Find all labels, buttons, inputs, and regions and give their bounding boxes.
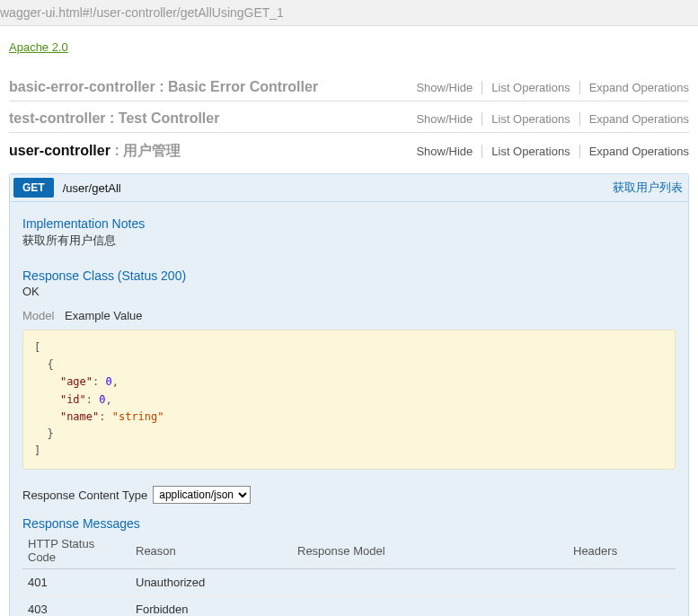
- url-bar: wagger-ui.html#!/user-controller/getAllU…: [0, 0, 698, 26]
- show-hide-link[interactable]: Show/Hide: [407, 81, 482, 94]
- controller-name: basic-error-controller: [9, 79, 155, 94]
- show-hide-link[interactable]: Show/Hide: [407, 112, 482, 126]
- controller-ops: Show/Hide List Operations Expand Operati…: [407, 81, 689, 94]
- list-operations-link[interactable]: List Operations: [482, 145, 579, 158]
- operation-panel: GET /user/getAll 获取用户列表 Implementation N…: [9, 173, 689, 616]
- response-class-heading: Response Class (Status 200): [22, 263, 676, 285]
- response-messages-heading: Response Messages: [22, 513, 676, 532]
- example-value-tab[interactable]: Example Value: [65, 309, 142, 322]
- controller-row-basic-error[interactable]: basic-error-controller : Basic Error Con…: [9, 70, 689, 101]
- response-content-type-label: Response Content Type: [22, 488, 147, 502]
- response-messages-table: HTTP Status Code Reason Response Model H…: [22, 532, 676, 616]
- controller-ops: Show/Hide List Operations Expand Operati…: [407, 112, 689, 126]
- list-operations-link[interactable]: List Operations: [482, 112, 579, 126]
- show-hide-link[interactable]: Show/Hide: [407, 145, 482, 158]
- controller-desc: Basic Error Controller: [168, 79, 318, 94]
- controller-name: test-controller: [9, 110, 106, 126]
- controller-row-test[interactable]: test-controller : Test Controller Show/H…: [9, 101, 689, 133]
- list-operations-link[interactable]: List Operations: [482, 81, 579, 94]
- expand-operations-link[interactable]: Expand Operations: [580, 81, 689, 94]
- url-text: wagger-ui.html#!/user-controller/getAllU…: [0, 5, 284, 20]
- model-example-switch: Model Example Value: [22, 298, 676, 330]
- response-content-type-select[interactable]: application/json: [153, 486, 251, 504]
- operation-header[interactable]: GET /user/getAll 获取用户列表: [10, 174, 688, 202]
- http-method-badge: GET: [13, 178, 54, 198]
- controller-ops: Show/Hide List Operations Expand Operati…: [407, 145, 689, 158]
- response-class-status: OK: [22, 285, 676, 298]
- col-reason: Reason: [130, 532, 292, 569]
- controller-desc: 用户管理: [123, 143, 181, 158]
- expand-operations-link[interactable]: Expand Operations: [580, 112, 689, 126]
- controller-row-user[interactable]: user-controller : 用户管理 Show/Hide List Op…: [9, 133, 689, 166]
- col-response-model: Response Model: [292, 532, 568, 569]
- table-row: 403 Forbidden: [22, 596, 676, 616]
- operation-summary: 获取用户列表: [613, 180, 683, 196]
- table-row: 401 Unauthorized: [22, 569, 676, 596]
- col-headers: Headers: [568, 532, 676, 569]
- implementation-notes-text: 获取所有用户信息: [22, 233, 676, 249]
- col-http-status: HTTP Status Code: [22, 532, 130, 569]
- implementation-notes-heading: Implementation Notes: [22, 211, 676, 233]
- example-json-block[interactable]: [ { "age": 0, "id": 0, "name": "string" …: [22, 330, 676, 470]
- expand-operations-link[interactable]: Expand Operations: [580, 145, 689, 158]
- controller-name: user-controller: [9, 143, 110, 158]
- operation-path: /user/getAll: [63, 181, 121, 195]
- model-tab[interactable]: Model: [22, 309, 54, 322]
- controller-desc: Test Controller: [119, 110, 220, 126]
- license-link[interactable]: Apache 2.0: [9, 40, 68, 54]
